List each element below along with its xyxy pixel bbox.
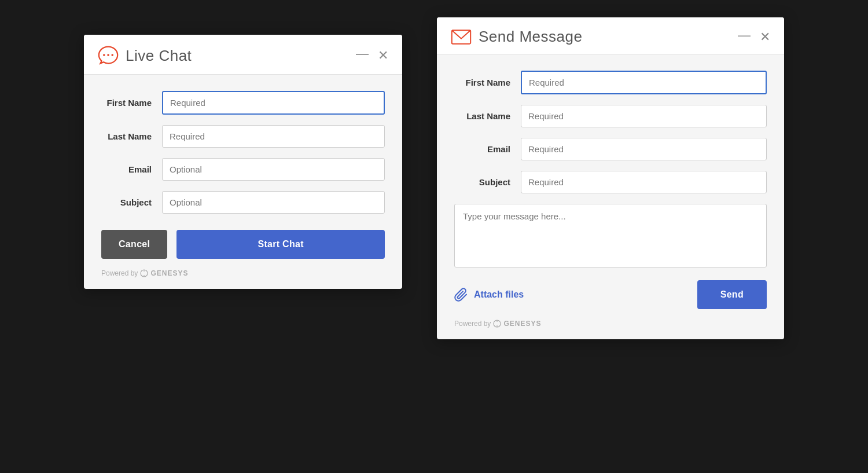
sm-last-name-row: Last Name <box>454 105 767 127</box>
last-name-row: Last Name <box>101 125 385 148</box>
last-name-label: Last Name <box>101 131 162 141</box>
live-chat-header-left: Live Chat <box>98 45 192 66</box>
svg-point-2 <box>111 54 113 56</box>
send-message-powered-by: Powered by GENESYS <box>454 320 767 328</box>
chat-icon <box>98 45 119 66</box>
send-message-close-button[interactable]: ✕ <box>760 31 770 43</box>
live-chat-widget: Live Chat — ✕ First Name Last Name Email… <box>84 35 402 289</box>
first-name-label: First Name <box>101 98 162 108</box>
sm-first-name-input[interactable] <box>521 71 767 94</box>
genesys-brand: GENESYS <box>150 269 188 277</box>
send-message-header-left: Send Message <box>451 28 582 46</box>
email-icon <box>451 28 472 46</box>
live-chat-btn-row: Cancel Start Chat <box>101 230 385 259</box>
sm-email-label: Email <box>454 144 521 154</box>
subject-label: Subject <box>101 197 162 207</box>
sm-subject-input[interactable] <box>521 171 767 193</box>
paperclip-icon <box>454 287 469 302</box>
live-chat-header: Live Chat — ✕ <box>84 35 402 75</box>
sm-first-name-row: First Name <box>454 71 767 94</box>
sm-email-row: Email <box>454 138 767 160</box>
email-row: Email <box>101 158 385 181</box>
send-message-minimize-button[interactable]: — <box>738 29 751 42</box>
send-message-title: Send Message <box>479 28 582 46</box>
first-name-input[interactable] <box>162 91 385 115</box>
start-chat-button[interactable]: Start Chat <box>176 230 385 259</box>
live-chat-body: First Name Last Name Email Subject Cance… <box>84 75 402 289</box>
svg-point-1 <box>107 54 109 56</box>
live-chat-close-button[interactable]: ✕ <box>378 49 388 62</box>
sm-last-name-input[interactable] <box>521 105 767 127</box>
live-chat-header-controls: — ✕ <box>356 47 388 64</box>
subject-input[interactable] <box>162 191 385 214</box>
send-message-header-controls: — ✕ <box>738 29 770 45</box>
svg-point-0 <box>103 54 105 56</box>
email-input[interactable] <box>162 158 385 181</box>
send-button[interactable]: Send <box>697 280 767 309</box>
email-label: Email <box>101 164 162 174</box>
powered-by-text: Powered by <box>101 269 138 277</box>
live-chat-powered-by: Powered by GENESYS <box>101 269 385 277</box>
sm-email-input[interactable] <box>521 138 767 160</box>
last-name-input[interactable] <box>162 125 385 148</box>
attach-files-label: Attach files <box>474 289 524 300</box>
attach-send-row: Attach files Send <box>454 280 767 309</box>
live-chat-minimize-button[interactable]: — <box>356 47 369 60</box>
attach-files-link[interactable]: Attach files <box>454 287 524 302</box>
sm-genesys-brand: GENESYS <box>503 320 541 328</box>
send-message-body: First Name Last Name Email Subject Att <box>437 54 784 339</box>
sm-first-name-label: First Name <box>454 78 521 87</box>
sm-powered-by-text: Powered by <box>454 320 491 328</box>
first-name-row: First Name <box>101 91 385 115</box>
sm-subject-row: Subject <box>454 171 767 193</box>
sm-genesys-logo-icon <box>493 320 501 328</box>
sm-subject-label: Subject <box>454 177 521 187</box>
send-message-header: Send Message — ✕ <box>437 17 784 54</box>
cancel-button[interactable]: Cancel <box>101 230 167 259</box>
live-chat-title: Live Chat <box>126 47 192 65</box>
genesys-logo-icon <box>140 269 148 277</box>
message-textarea[interactable] <box>454 204 767 267</box>
send-message-widget: Send Message — ✕ First Name Last Name Em… <box>437 17 784 339</box>
sm-last-name-label: Last Name <box>454 111 521 121</box>
subject-row: Subject <box>101 191 385 214</box>
